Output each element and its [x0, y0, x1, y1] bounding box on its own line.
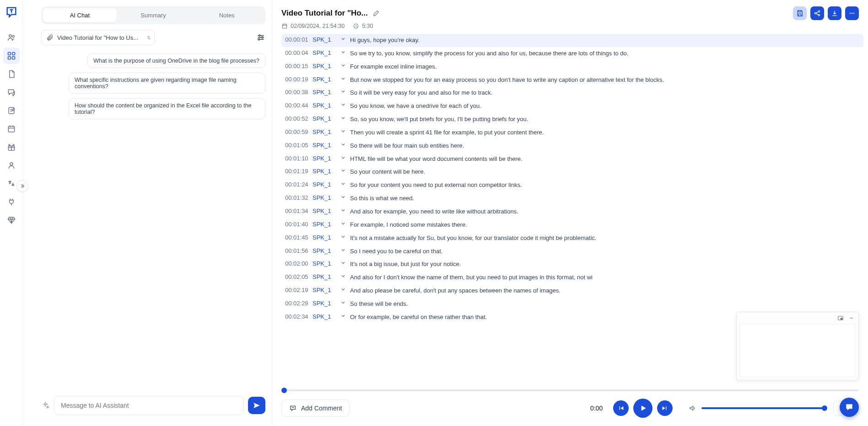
transcript-row[interactable]: 00:01:32SPK_1So this is what we need. — [281, 192, 863, 205]
app-logo[interactable] — [5, 5, 18, 18]
transcript-row[interactable]: 00:02:05SPK_1And also for I don't know t… — [281, 271, 863, 284]
transcript-row[interactable]: 00:00:19SPK_1But now we stopped for you … — [281, 74, 863, 87]
support-fab[interactable] — [840, 398, 859, 417]
volume-knob[interactable] — [822, 405, 827, 411]
more-button[interactable] — [845, 6, 859, 20]
speaker-label[interactable]: SPK_1 — [313, 313, 336, 320]
rail-calendar-icon[interactable] — [3, 121, 20, 137]
rail-profile-icon[interactable] — [3, 157, 20, 174]
suggestion-item[interactable]: What is the purpose of using OneDrive in… — [87, 53, 265, 68]
transcript-row[interactable]: 00:00:04SPK_1So we try to, you know, sim… — [281, 47, 863, 60]
rail-plugin-icon[interactable] — [3, 194, 20, 210]
tab-notes[interactable]: Notes — [190, 8, 264, 22]
transcript-row[interactable]: 00:02:00SPK_1It's not a big issue, but j… — [281, 258, 863, 271]
volume-icon[interactable] — [689, 404, 697, 412]
speaker-label[interactable]: SPK_1 — [313, 208, 336, 214]
next-button[interactable] — [657, 400, 673, 416]
rail-notes-icon[interactable] — [3, 102, 20, 119]
chevron-down-icon[interactable] — [336, 247, 350, 253]
share-button[interactable] — [810, 6, 824, 20]
speaker-label[interactable]: SPK_1 — [313, 115, 336, 122]
speaker-label[interactable]: SPK_1 — [313, 181, 336, 188]
transcript-row[interactable]: 00:01:40SPK_1For example, I noticed some… — [281, 218, 863, 232]
speaker-label[interactable]: SPK_1 — [313, 89, 336, 96]
chevron-down-icon[interactable] — [336, 76, 350, 81]
transcript-row[interactable]: 00:00:38SPK_1So it will be very easy for… — [281, 86, 863, 100]
minimize-icon[interactable] — [848, 315, 855, 321]
tab-summary[interactable]: Summary — [117, 8, 190, 22]
transcript-row[interactable]: 00:02:19SPK_1And also please be careful,… — [281, 284, 863, 298]
speaker-label[interactable]: SPK_1 — [313, 142, 336, 149]
suggestion-item[interactable]: What specific instructions are given reg… — [69, 73, 265, 94]
chevron-down-icon[interactable] — [336, 273, 350, 279]
tab-ai-chat[interactable]: AI Chat — [43, 8, 117, 22]
add-comment-button[interactable]: Add Comment — [281, 399, 350, 417]
volume-bar[interactable] — [701, 407, 825, 409]
speaker-label[interactable]: SPK_1 — [313, 234, 336, 241]
transcript-row[interactable]: 00:01:19SPK_1So your content will be her… — [281, 165, 863, 179]
speaker-label[interactable]: SPK_1 — [313, 155, 336, 162]
pip-icon[interactable] — [837, 315, 844, 321]
file-selector[interactable]: Video Tutorial for "How to Us... ⇅ — [41, 30, 155, 45]
speaker-label[interactable]: SPK_1 — [313, 300, 336, 307]
transcript-row[interactable]: 00:01:24SPK_1So for your content you nee… — [281, 179, 863, 192]
speaker-label[interactable]: SPK_1 — [313, 102, 336, 109]
chevron-down-icon[interactable] — [336, 260, 350, 266]
chevron-down-icon[interactable] — [336, 208, 350, 213]
chevron-down-icon[interactable] — [336, 221, 350, 226]
sparkle-icon[interactable] — [41, 401, 49, 410]
rail-expand-button[interactable] — [16, 180, 28, 192]
chevron-down-icon[interactable] — [336, 102, 350, 107]
transcript-row[interactable]: 00:01:56SPK_1So I need you to be careful… — [281, 245, 863, 258]
chevron-down-icon[interactable] — [336, 287, 350, 292]
speaker-label[interactable]: SPK_1 — [313, 76, 336, 83]
edit-title-icon[interactable] — [372, 10, 380, 17]
chevron-down-icon[interactable] — [336, 63, 350, 68]
transcript-row[interactable]: 00:00:59SPK_1Then you will create a spri… — [281, 126, 863, 139]
speaker-label[interactable]: SPK_1 — [313, 287, 336, 293]
speaker-label[interactable]: SPK_1 — [313, 128, 336, 135]
chevron-down-icon[interactable] — [336, 89, 350, 94]
filter-sliders-icon[interactable] — [256, 33, 265, 42]
speaker-label[interactable]: SPK_1 — [313, 63, 336, 69]
seek-knob[interactable] — [281, 388, 287, 393]
chevron-down-icon[interactable] — [336, 181, 350, 186]
transcript-row[interactable]: 00:01:05SPK_1So there will be four main … — [281, 139, 863, 153]
chevron-down-icon[interactable] — [336, 49, 350, 55]
chevron-down-icon[interactable] — [336, 128, 350, 134]
speaker-label[interactable]: SPK_1 — [313, 221, 336, 228]
speaker-label[interactable]: SPK_1 — [313, 260, 336, 267]
rail-people-icon[interactable] — [3, 29, 20, 46]
chevron-down-icon[interactable] — [336, 142, 350, 147]
speaker-label[interactable]: SPK_1 — [313, 194, 336, 201]
chevron-down-icon[interactable] — [336, 234, 350, 240]
chat-input[interactable] — [54, 396, 243, 415]
seek-bar[interactable] — [281, 389, 859, 391]
transcript-row[interactable]: 00:02:29SPK_1So these will be ends. — [281, 298, 863, 311]
transcript-row[interactable]: 00:01:10SPK_1HTML file will be what your… — [281, 153, 863, 166]
rail-chat-icon[interactable] — [3, 84, 20, 101]
transcript-row[interactable]: 00:01:45SPK_1It's not a mistake actually… — [281, 232, 863, 245]
transcript-row[interactable]: 00:01:34SPK_1And also for example, you n… — [281, 205, 863, 218]
speaker-label[interactable]: SPK_1 — [313, 273, 336, 280]
video-thumbnail[interactable] — [736, 312, 859, 380]
chevron-down-icon[interactable] — [336, 36, 350, 42]
speaker-label[interactable]: SPK_1 — [313, 36, 336, 43]
send-button[interactable] — [248, 397, 265, 414]
chevron-down-icon[interactable] — [336, 155, 350, 160]
rail-gift-icon[interactable] — [3, 139, 20, 155]
chevron-down-icon[interactable] — [336, 115, 350, 121]
save-button[interactable] — [793, 6, 807, 20]
speaker-label[interactable]: SPK_1 — [313, 49, 336, 56]
transcript-row[interactable]: 00:00:44SPK_1So you know, we have a oned… — [281, 100, 863, 113]
rail-dashboard-icon[interactable] — [3, 48, 20, 64]
chevron-down-icon[interactable] — [336, 168, 350, 173]
transcript-row[interactable]: 00:00:01SPK_1Hi guys, hope you're okay. — [281, 34, 863, 47]
rail-document-icon[interactable] — [3, 66, 20, 82]
transcript-row[interactable]: 00:00:52SPK_1So, so you know, we'll put … — [281, 113, 863, 126]
chevron-down-icon[interactable] — [336, 313, 350, 319]
transcript-list[interactable]: 00:00:01SPK_1Hi guys, hope you're okay.0… — [272, 34, 868, 385]
transcript-row[interactable]: 00:00:15SPK_1For example excel inline im… — [281, 60, 863, 74]
speaker-label[interactable]: SPK_1 — [313, 247, 336, 254]
download-button[interactable] — [828, 6, 841, 20]
